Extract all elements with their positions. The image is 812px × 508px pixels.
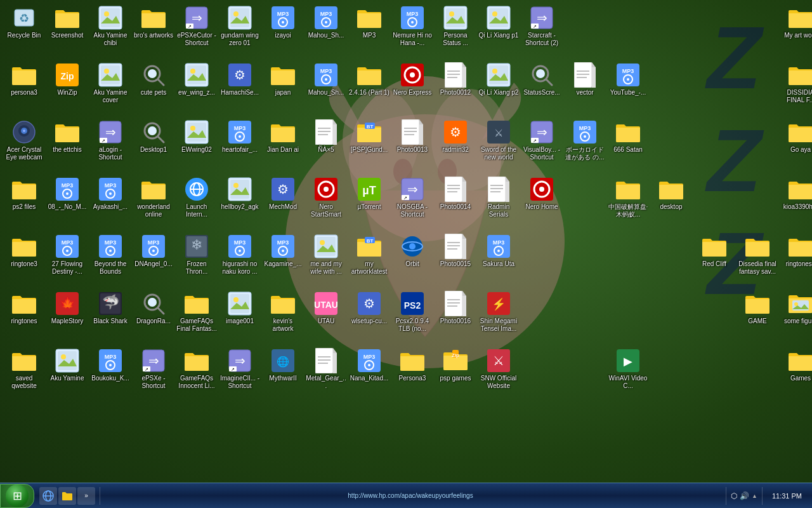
desktop-icon-666-satan[interactable]: 666 Satan xyxy=(606,117,650,174)
tray-icon-arrow[interactable]: ▲ xyxy=(752,493,757,499)
desktop-icon-gamefaqs-final[interactable]: GameFAQs Final Fantas... xyxy=(175,288,218,345)
desktop-icon-wlsetup-cu[interactable]: ⚙wlsetup-cu... xyxy=(348,288,391,345)
desktop-icon-red-cliff[interactable]: Red Cliff xyxy=(693,231,736,288)
desktop-icon-mahou-sh2[interactable]: MP3Mahou_Sh... xyxy=(304,60,348,117)
desktop-icon-mechmod[interactable]: ⚙MechMod xyxy=(261,174,304,231)
desktop-icon-starcraft-shortcut[interactable]: ⇒↗Starcraft - Shortcut (2) xyxy=(520,3,563,60)
desktop-icon-frozen-thron[interactable]: ❄Frozen Thron... xyxy=(175,231,218,288)
desktop-icon-qi-li-xiang-p1[interactable]: Qi Li Xiang p1 xyxy=(477,3,520,60)
desktop-icon-sword-new-world[interactable]: ⚔Sword of the new world xyxy=(477,117,520,174)
taskbar-nav-ie[interactable] xyxy=(39,487,57,505)
desktop-icon-27-flowing[interactable]: MP327 Flowing Destiny -... xyxy=(46,231,89,288)
desktop-icon-na-x5[interactable]: ÑÀ×5 xyxy=(304,117,348,174)
desktop-icon-winavi[interactable]: ▶WinAVI Video C... xyxy=(606,345,650,403)
desktop-icon-ewwing02[interactable]: EWwing02 xyxy=(175,117,218,174)
desktop-icon-psp-games[interactable]: Zippsp games xyxy=(434,345,477,403)
desktop-icon-kagamine[interactable]: MP3Kagamine_... xyxy=(261,231,304,288)
desktop-icon-acer-crystal[interactable]: Acer Crystal Eye webcam xyxy=(3,117,46,174)
desktop-icon-persona3-2[interactable]: Persona3 xyxy=(391,345,434,403)
desktop-icon-photo0015[interactable]: Photo0015 xyxy=(434,231,477,288)
desktop-icon-jian-dan-ai[interactable]: Jian Dan ai xyxy=(261,117,304,174)
desktop-icon-nemure-hi[interactable]: MP3Nemure Hi no Hana -... xyxy=(391,3,434,60)
desktop-icon-nana-kitad[interactable]: MP3Nana_Kitad... xyxy=(348,345,391,403)
desktop-icon-my-art-work[interactable]: My art work xyxy=(779,3,812,60)
desktop-icon-games-folder[interactable]: Games xyxy=(779,345,812,403)
desktop-icon-mythwarii[interactable]: 🌐MythwarII xyxy=(261,345,304,403)
desktop-icon-go-aya[interactable]: Go aya xyxy=(779,117,812,174)
desktop-icon-radmin-serials[interactable]: Radmin Serials xyxy=(477,174,520,231)
desktop-icon-higurashi[interactable]: MP3higurashi no naku koro ... xyxy=(218,231,261,288)
desktop-icon-kioa3390h[interactable]: kioa3390h... xyxy=(779,174,812,231)
desktop-icon-dnangel[interactable]: MP3DNAngel_0... xyxy=(132,231,175,288)
desktop-icon-the-ettchis[interactable]: the ettchis xyxy=(46,117,89,174)
desktop-icon-gamefaqs-innocent[interactable]: GameFAQs Innocent Li... xyxy=(175,345,218,403)
desktop-icon-metal-gear[interactable]: Metal_Gear_... xyxy=(304,345,348,403)
desktop-icon-wonderland-online[interactable]: wonderland online xyxy=(132,174,175,231)
desktop-icon-heartofair[interactable]: MP3heartofair_... xyxy=(218,117,261,174)
desktop-icon-epsxe-shortcut[interactable]: ⇒↗ePSXe - Shortcut xyxy=(132,345,175,403)
desktop-icon-my-artwork-latest[interactable]: BTmy artworklatest xyxy=(348,231,391,288)
desktop-icon-desktop1[interactable]: Desktop1 xyxy=(132,117,175,174)
desktop-icon-sakura-uta[interactable]: MP3Sakura Uta xyxy=(477,231,520,288)
desktop-icon-photo0014[interactable]: Photo0014 xyxy=(434,174,477,231)
desktop-icon-persona-status[interactable]: Persona Status ... xyxy=(434,3,477,60)
desktop-icon-radmin32[interactable]: ⚙radmin32 xyxy=(434,117,477,174)
desktop-icon-snw-official[interactable]: ⚔SNW Official Website xyxy=(477,345,520,403)
desktop-icon-vocaloid[interactable]: MP3ボーカロイド達がある の... xyxy=(563,117,606,174)
desktop-icon-mahou-sh[interactable]: MP3Mahou_Sh... xyxy=(304,3,348,60)
desktop-icon-bros-artworks[interactable]: bro's artworks xyxy=(132,3,175,60)
desktop-icon-izayoi[interactable]: MP3izayoi xyxy=(261,3,304,60)
desktop-icon-utorrent[interactable]: µTµTorrent xyxy=(348,174,391,231)
desktop-icon-photo0012[interactable]: Photo0012 xyxy=(434,60,477,117)
desktop-icon-statusscre[interactable]: StatusScre... xyxy=(520,60,563,117)
desktop-icon-nero-startsmart[interactable]: Nero StartSmart xyxy=(304,174,348,231)
desktop-icon-some-figure[interactable]: some figure xyxy=(779,288,812,345)
desktop-icon-2416-part1[interactable]: 2.4.16 (Part 1) xyxy=(348,60,391,117)
desktop-icon-nero-home[interactable]: Nero Home xyxy=(520,174,563,231)
desktop-icon-photo0013[interactable]: Photo0013 xyxy=(391,117,434,174)
desktop-icon-winzip[interactable]: ZipWinZip xyxy=(46,60,89,117)
desktop-icon-pcsx2-tlb[interactable]: PS2Pcsx2.0.9.4 TLB (no... xyxy=(391,288,434,345)
taskbar-nav-arrow[interactable]: » xyxy=(77,487,95,505)
desktop-icon-visualboy-shortcut[interactable]: ⇒↗VisualBoy... - Shortcut xyxy=(520,117,563,174)
desktop-icon-aku-yamine2[interactable]: Aku Yamine xyxy=(46,345,89,403)
desktop-icon-08-no-m[interactable]: MP308_-_No_M... xyxy=(46,174,89,231)
desktop-icon-persona3[interactable]: persona3 xyxy=(3,60,46,117)
desktop-icon-youtube[interactable]: MP3YouTube_-... xyxy=(606,60,650,117)
desktop-icon-beyond-bounds[interactable]: MP3Beyond the Bounds xyxy=(89,231,132,288)
taskbar-nav-folder[interactable] xyxy=(58,487,76,505)
desktop-icon-kevins-artwork[interactable]: kevin's artwork xyxy=(261,288,304,345)
desktop-icon-desktop-folder[interactable]: desktop xyxy=(650,174,693,231)
desktop-icon-cute-pets[interactable]: cute pets xyxy=(132,60,175,117)
desktop-icon-alogin-shortcut[interactable]: ⇒↗aLogin - Shortcut xyxy=(89,117,132,174)
desktop-icon-ringtone3[interactable]: ringtone3 xyxy=(3,231,46,288)
desktop-icon-ringtones2[interactable]: ringtones2 xyxy=(779,231,812,288)
desktop-icon-aku-yamine-chibi[interactable]: Aku Yamine chibi xyxy=(89,3,132,60)
desktop-icon-black-shark[interactable]: 🦈Black Shark xyxy=(89,288,132,345)
desktop-icon-hamachise[interactable]: ⚙HamachiSe... xyxy=(218,60,261,117)
desktop-icon-ringtones[interactable]: ringtones xyxy=(3,288,46,345)
desktop-icon-dissidia[interactable]: DISSIDIA FINAL F... xyxy=(779,60,812,117)
desktop-icon-zhong-po[interactable]: 中国破解算盘·木蚂蚁... xyxy=(606,174,650,231)
desktop-icon-imaginecli-shortcut[interactable]: ⇒↗ImagineClI... - Shortcut xyxy=(218,345,261,403)
desktop-icon-boukoku-k[interactable]: MP3Boukoku_K... xyxy=(89,345,132,403)
desktop-icon-photo0016[interactable]: Photo0016 xyxy=(434,288,477,345)
desktop-icon-dissedia-ff-sav[interactable]: Dissedia final fantasy sav... xyxy=(736,231,779,288)
desktop-icon-shin-megami[interactable]: ⚡Shin Megami Tensei Ima... xyxy=(477,288,520,345)
desktop-icon-qi-li-xiang-p2[interactable]: Qi Li Xiang p2 xyxy=(477,60,520,117)
desktop-icon-maplestory[interactable]: 🍁MapleStory xyxy=(46,288,89,345)
desktop-icon-image001[interactable]: image001 xyxy=(218,288,261,345)
desktop-icon-recycle-bin[interactable]: ♻Recycle Bin xyxy=(3,3,46,60)
desktop-icon-nero-express[interactable]: Nero Express xyxy=(391,60,434,117)
desktop-icon-dragonra[interactable]: DragonRa... xyxy=(132,288,175,345)
desktop-icon-psp-gund[interactable]: BT[PSP]Gund... xyxy=(348,117,391,174)
desktop-icon-saved-qwebsite[interactable]: saved qwebsite xyxy=(3,345,46,403)
desktop-icon-ps2-files[interactable]: ps2 files xyxy=(3,174,46,231)
desktop-icon-gundam-wing-zero[interactable]: gundam wing zero 01 xyxy=(218,3,261,60)
start-button[interactable]: ⊞ xyxy=(0,484,34,508)
desktop-icon-screenshot[interactable]: Screenshot xyxy=(46,3,89,60)
desktop-icon-ayakashi[interactable]: MP3Ayakashi_... xyxy=(89,174,132,231)
desktop-icon-orbit[interactable]: Orbit xyxy=(391,231,434,288)
desktop-icon-ew-wing-z[interactable]: ew_wing_z... xyxy=(175,60,218,117)
desktop-icon-vector[interactable]: vector xyxy=(563,60,606,117)
